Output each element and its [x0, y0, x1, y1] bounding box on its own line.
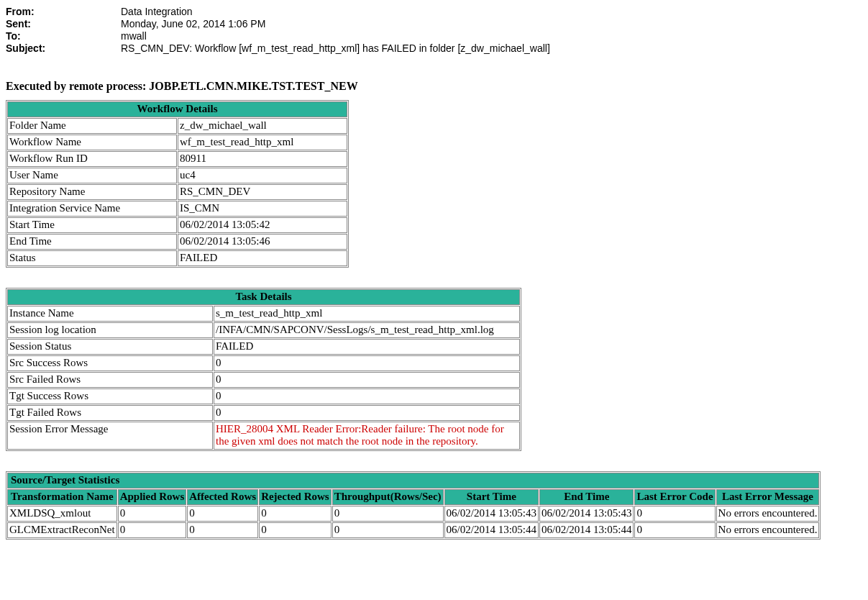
table-row: Start Time06/02/2014 13:05:42 [7, 217, 347, 233]
email-from-row: From: Data Integration [6, 6, 862, 17]
stats-column-header: Affected Rows [187, 489, 258, 505]
stats-cell: 0 [634, 522, 715, 538]
row-value: IS_CMN [178, 201, 347, 217]
sent-value: Monday, June 02, 2014 1:06 PM [121, 18, 862, 29]
stats-cell: XMLDSQ_xmlout [7, 506, 117, 522]
table-row: Src Success Rows0 [7, 355, 520, 371]
table-row: Workflow Namewf_m_test_read_http_xml [7, 135, 347, 150]
stats-title: Source/Target Statistics [7, 473, 819, 488]
row-label: Start Time [7, 217, 177, 233]
sent-label: Sent: [6, 18, 121, 29]
row-value: s_m_test_read_http_xml [214, 306, 520, 322]
row-label: Workflow Name [7, 135, 177, 150]
row-label: Instance Name [7, 306, 213, 322]
workflow-details-title: Workflow Details [7, 101, 347, 117]
to-value: mwall [121, 30, 862, 42]
stats-column-header: Last Error Code [634, 489, 715, 505]
row-label: User Name [7, 168, 177, 183]
executed-by-line: Executed by remote process: JOBP.ETL.CMN… [6, 80, 862, 93]
table-row: Session log location/INFA/CMN/SAPCONV/Se… [7, 322, 520, 338]
subject-label: Subject: [6, 42, 121, 54]
subject-value: RS_CMN_DEV: Workflow [wf_m_test_read_htt… [121, 42, 862, 54]
row-value: z_dw_michael_wall [178, 118, 347, 134]
stats-cell: 0 [187, 522, 258, 538]
row-value: 80911 [178, 151, 347, 167]
email-sent-row: Sent: Monday, June 02, 2014 1:06 PM [6, 18, 862, 29]
stats-cell: 0 [634, 506, 715, 522]
row-value: 0 [214, 372, 520, 388]
row-value: RS_CMN_DEV [178, 184, 347, 200]
row-label: Status [7, 250, 177, 266]
row-label: Workflow Run ID [7, 151, 177, 167]
stats-column-header: Throughput(Rows/Sec) [332, 489, 444, 505]
table-row: Tgt Success Rows0 [7, 388, 520, 404]
row-value: 0 [214, 405, 520, 421]
source-target-stats-table: Source/Target Statistics Transformation … [6, 471, 821, 540]
row-label: Src Success Rows [7, 355, 213, 371]
row-label: Session Error Message [7, 422, 213, 450]
row-value: 06/02/2014 13:05:46 [178, 234, 347, 250]
stats-cell: No errors encountered. [716, 506, 820, 522]
stats-cell: 0 [118, 506, 187, 522]
stats-cell: 0 [259, 522, 332, 538]
table-row: Session StatusFAILED [7, 339, 520, 355]
stats-cell: 06/02/2014 13:05:44 [539, 522, 634, 538]
stats-column-header: End Time [539, 489, 634, 505]
stats-column-header: Transformation Name [7, 489, 117, 505]
row-label: Folder Name [7, 118, 177, 134]
stats-cell: 06/02/2014 13:05:44 [444, 522, 539, 538]
stats-column-header: Applied Rows [118, 489, 187, 505]
email-subject-row: Subject: RS_CMN_DEV: Workflow [wf_m_test… [6, 42, 862, 54]
table-row: User Nameuc4 [7, 168, 347, 183]
from-label: From: [6, 6, 121, 17]
stats-cell: 06/02/2014 13:05:43 [444, 506, 539, 522]
table-row: GLCMExtractReconNet000006/02/2014 13:05:… [7, 522, 819, 538]
stats-cell: 0 [332, 506, 444, 522]
stats-cell: No errors encountered. [716, 522, 820, 538]
row-label: Session Status [7, 339, 213, 355]
row-label: End Time [7, 234, 177, 250]
table-row: Tgt Failed Rows0 [7, 405, 520, 421]
table-row: Src Failed Rows0 [7, 372, 520, 388]
row-value: HIER_28004 XML Reader Error:Reader failu… [214, 422, 520, 450]
stats-cell: 0 [118, 522, 187, 538]
stats-column-header: Rejected Rows [259, 489, 332, 505]
row-label: Tgt Success Rows [7, 388, 213, 404]
row-value: 06/02/2014 13:05:42 [178, 217, 347, 233]
row-label: Session log location [7, 322, 213, 338]
to-label: To: [6, 30, 121, 42]
email-to-row: To: mwall [6, 30, 862, 42]
table-row: Instance Names_m_test_read_http_xml [7, 306, 520, 322]
row-label: Tgt Failed Rows [7, 405, 213, 421]
row-value: FAILED [214, 339, 520, 355]
task-details-table: Task Details Instance Names_m_test_read_… [6, 288, 521, 451]
row-label: Integration Service Name [7, 201, 177, 217]
from-value: Data Integration [121, 6, 862, 17]
row-label: Repository Name [7, 184, 177, 200]
table-row: Folder Namez_dw_michael_wall [7, 118, 347, 134]
table-row: End Time06/02/2014 13:05:46 [7, 234, 347, 250]
table-row: Workflow Run ID80911 [7, 151, 347, 167]
stats-cell: 0 [259, 506, 332, 522]
table-row: StatusFAILED [7, 250, 347, 266]
row-label: Src Failed Rows [7, 372, 213, 388]
workflow-details-table: Workflow Details Folder Namez_dw_michael… [6, 100, 349, 268]
stats-cell: 0 [187, 506, 258, 522]
stats-cell: 06/02/2014 13:05:43 [539, 506, 634, 522]
row-value: 0 [214, 388, 520, 404]
row-value: wf_m_test_read_http_xml [178, 135, 347, 150]
stats-column-header: Last Error Message [716, 489, 820, 505]
stats-column-header: Start Time [444, 489, 539, 505]
task-details-title: Task Details [7, 289, 520, 305]
table-row: Integration Service NameIS_CMN [7, 201, 347, 217]
row-value: FAILED [178, 250, 347, 266]
stats-cell: 0 [332, 522, 444, 538]
table-row: Repository NameRS_CMN_DEV [7, 184, 347, 200]
row-value: /INFA/CMN/SAPCONV/SessLogs/s_m_test_read… [214, 322, 520, 338]
table-row: XMLDSQ_xmlout000006/02/2014 13:05:4306/0… [7, 506, 819, 522]
stats-cell: GLCMExtractReconNet [7, 522, 117, 538]
row-value: uc4 [178, 168, 347, 183]
table-row: Session Error MessageHIER_28004 XML Read… [7, 422, 520, 450]
row-value: 0 [214, 355, 520, 371]
